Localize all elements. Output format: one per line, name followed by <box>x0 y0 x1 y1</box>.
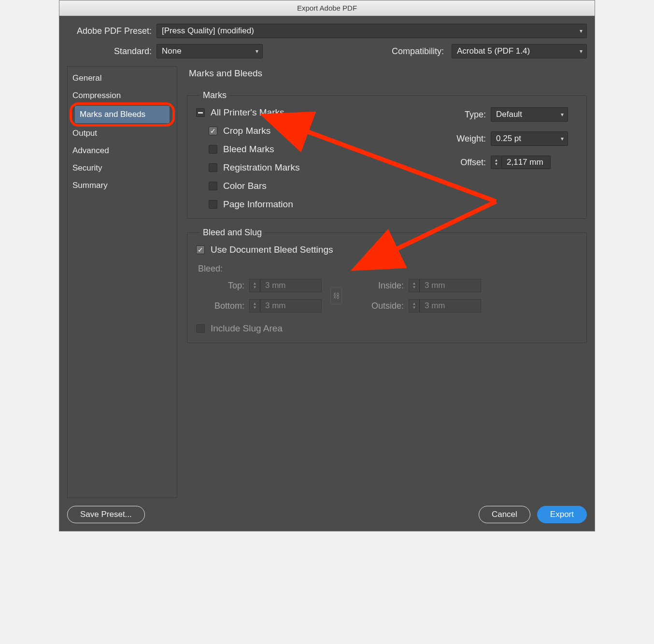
export-pdf-dialog: Export Adobe PDF Adobe PDF Preset: [Pres… <box>59 0 595 531</box>
compatibility-select[interactable]: Acrobat 5 (PDF 1.4) ▾ <box>452 44 587 58</box>
sidebar-item-general[interactable]: General <box>68 70 177 87</box>
include-slug-label: Include Slug Area <box>211 323 283 334</box>
annotation-highlight: Marks and Bleeds <box>70 102 175 127</box>
standard-label: Standard: <box>67 46 152 57</box>
bleed-slug-group: Bleed and Slug Use Document Bleed Settin… <box>187 228 587 343</box>
crop-marks-checkbox[interactable] <box>209 127 217 135</box>
preset-select[interactable]: [Press Quality] (modified) ▾ <box>156 24 587 38</box>
sidebar-item-summary[interactable]: Summary <box>68 177 177 194</box>
preset-value: [Press Quality] (modified) <box>162 26 254 36</box>
sidebar-item-advanced[interactable]: Advanced <box>68 142 177 159</box>
stepper-icon: ▲▼ <box>250 300 260 312</box>
stepper-icon[interactable]: ▲▼ <box>491 156 502 169</box>
offset-label: Offset: <box>452 157 486 168</box>
offset-field[interactable]: ▲▼ 2,117 mm <box>491 156 551 169</box>
standard-value: None <box>162 46 182 56</box>
offset-value: 2,117 mm <box>502 157 550 167</box>
bleed-inside-label: Inside: <box>351 281 404 291</box>
bleed-bottom-label: Bottom: <box>196 301 244 311</box>
chevron-down-icon: ▾ <box>256 48 258 55</box>
bleed-outside-label: Outside: <box>351 301 404 311</box>
bleed-inside-field: ▲▼ 3 mm <box>409 279 481 292</box>
use-document-bleed-checkbox[interactable] <box>196 245 205 254</box>
bleed-marks-label: Bleed Marks <box>223 144 274 155</box>
sidebar-item-marks-and-bleeds[interactable]: Marks and Bleeds <box>75 106 170 123</box>
export-button[interactable]: Export <box>537 506 587 523</box>
page-information-label: Page Information <box>223 199 293 210</box>
stepper-icon: ▲▼ <box>250 279 260 292</box>
sidebar-item-output[interactable]: Output <box>68 125 177 142</box>
bleed-marks-checkbox[interactable] <box>209 145 217 154</box>
bleed-bottom-field: ▲▼ 3 mm <box>249 299 322 313</box>
chevron-down-icon: ▾ <box>561 135 564 142</box>
chevron-down-icon: ▾ <box>580 48 583 55</box>
all-printers-marks-checkbox[interactable] <box>196 108 205 117</box>
color-bars-label: Color Bars <box>223 181 267 191</box>
page-information-checkbox[interactable] <box>209 200 217 209</box>
crop-marks-label: Crop Marks <box>223 126 270 136</box>
bleed-heading: Bleed: <box>198 264 578 274</box>
bleed-top-field: ▲▼ 3 mm <box>249 279 322 292</box>
standard-select[interactable]: None ▾ <box>156 44 263 58</box>
save-preset-button[interactable]: Save Preset... <box>67 506 145 523</box>
use-document-bleed-label: Use Document Bleed Settings <box>211 244 333 255</box>
weight-label: Weight: <box>452 134 486 144</box>
weight-select[interactable]: 0.25 pt ▾ <box>491 131 568 146</box>
chevron-down-icon: ▾ <box>580 28 583 34</box>
dialog-title: Export Adobe PDF <box>59 0 595 16</box>
stepper-icon: ▲▼ <box>409 279 420 292</box>
marks-group: Marks All Printer's Marks Crop Marks <box>187 90 587 219</box>
include-slug-checkbox <box>196 324 205 333</box>
link-icon: ⛓ <box>330 287 342 304</box>
weight-value: 0.25 pt <box>496 134 521 143</box>
bleed-top-label: Top: <box>196 281 244 291</box>
type-select[interactable]: Default ▾ <box>491 107 568 122</box>
sidebar-item-compression[interactable]: Compression <box>68 87 177 104</box>
all-printers-marks-label: All Printer's Marks <box>211 107 284 118</box>
type-label: Type: <box>452 110 486 120</box>
bleed-top-value: 3 mm <box>260 281 309 290</box>
type-value: Default <box>496 110 522 119</box>
bleed-outside-value: 3 mm <box>420 301 468 311</box>
bleed-outside-field: ▲▼ 3 mm <box>409 299 481 313</box>
category-sidebar: General Compression Marks and Bleeds Out… <box>67 66 177 498</box>
chevron-down-icon: ▾ <box>561 111 564 118</box>
bleed-slug-legend: Bleed and Slug <box>200 228 265 238</box>
panel-title: Marks and Bleeds <box>189 68 587 79</box>
bleed-inside-value: 3 mm <box>420 281 468 290</box>
compatibility-label: Compatibility: <box>392 46 447 57</box>
compatibility-value: Acrobat 5 (PDF 1.4) <box>457 46 530 56</box>
color-bars-checkbox[interactable] <box>209 182 217 190</box>
marks-legend: Marks <box>200 90 229 100</box>
sidebar-item-security[interactable]: Security <box>68 159 177 177</box>
registration-marks-label: Registration Marks <box>223 162 299 173</box>
registration-marks-checkbox[interactable] <box>209 163 217 172</box>
stepper-icon: ▲▼ <box>409 300 420 312</box>
preset-label: Adobe PDF Preset: <box>67 26 152 36</box>
cancel-button[interactable]: Cancel <box>479 506 530 523</box>
bleed-bottom-value: 3 mm <box>260 301 309 311</box>
